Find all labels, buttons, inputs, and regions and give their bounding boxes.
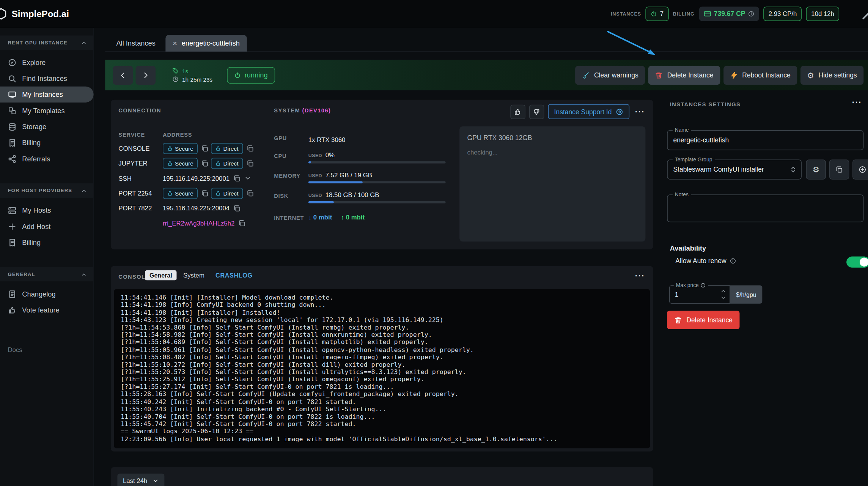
templates-icon	[8, 106, 16, 115]
name-label: Name	[673, 127, 691, 133]
console-tab-system[interactable]: System	[179, 270, 209, 280]
console-tab-general[interactable]: General	[145, 270, 176, 280]
header-status-area: INSTANCES 7 BILLING 739.67 CP 2.93 CP/h …	[611, 0, 839, 28]
circle-arrow-icon	[616, 108, 623, 115]
copy-icon[interactable]	[233, 174, 241, 182]
copy-icon[interactable]	[246, 144, 254, 152]
tab-active-instance[interactable]: × energetic-cuttlefish	[165, 35, 247, 52]
app-logo-text: SimplePod.ai	[12, 9, 69, 19]
console-tab-crashlog[interactable]: CRASHLOG	[211, 270, 257, 280]
app-logo[interactable]: SimplePod.ai	[0, 8, 69, 20]
tabs-divider	[105, 52, 868, 52]
lock-closed-icon	[167, 190, 173, 196]
stepper-down-icon[interactable]	[720, 295, 726, 301]
copy-icon[interactable]	[233, 204, 241, 212]
sidebar-item-explore[interactable]: Explore	[0, 54, 94, 70]
template-group-select[interactable]: Template Group Stableswarm ComfyUI insta…	[667, 159, 802, 180]
stepper-buttons[interactable]	[720, 288, 726, 301]
port2254-secure-link[interactable]: Secure	[163, 188, 198, 199]
partial-corner-icon[interactable]	[860, 6, 868, 22]
copy-icon[interactable]	[246, 189, 254, 197]
running-instances-badge[interactable]: 7	[646, 7, 668, 21]
reboot-instance-button[interactable]: Reboot Instance	[723, 66, 797, 85]
referrals-icon	[8, 154, 16, 163]
instance-toolbar: 1s 1h 25m 23s running Clear warnings Del…	[105, 60, 868, 90]
sidebar-item-my-instances[interactable]: My Instances	[0, 87, 94, 103]
copy-icon[interactable]	[246, 159, 254, 167]
instance-settings-panel: INSTANCES SETTINGS ··· Name Template Gro…	[662, 90, 868, 486]
stepper-up-icon[interactable]	[720, 288, 726, 294]
max-price-input[interactable]	[670, 286, 708, 303]
copy-icon[interactable]	[201, 144, 209, 152]
stat-disk: DISK USED18.50 GB / 100 GB	[274, 192, 457, 204]
clear-warnings-button[interactable]: Clear warnings	[575, 66, 645, 85]
next-instance-button[interactable]	[136, 66, 156, 85]
sidebar-section-rent-gpu[interactable]: RENT GPU INSTANCE	[0, 35, 94, 50]
credits-badge[interactable]: 739.67 CP	[699, 7, 759, 21]
console-secure-link[interactable]: Secure	[163, 143, 198, 154]
hide-settings-button[interactable]: ⚙ Hide settings	[800, 66, 863, 85]
settings-delete-instance-button[interactable]: Delete Instance	[667, 311, 740, 329]
lock-open-icon	[215, 160, 221, 166]
sidebar-item-find-instances[interactable]: Find Instances	[0, 70, 94, 86]
instances-icon	[8, 90, 16, 99]
sidebar-item-storage[interactable]: Storage	[0, 118, 94, 134]
more-options-button[interactable]: ···	[633, 107, 646, 116]
settings-more-button[interactable]: ···	[850, 98, 863, 106]
toggle-knob	[860, 258, 868, 267]
sidebar-item-referrals[interactable]: Referrals	[0, 151, 94, 167]
broom-icon	[582, 71, 590, 79]
search-icon	[8, 74, 16, 83]
clock-icon	[172, 76, 179, 83]
stat-cpu: CPU USED0%	[274, 152, 457, 164]
jupyter-direct-link[interactable]: Direct	[211, 158, 243, 169]
sidebar-item-host-billing[interactable]: Billing	[0, 234, 94, 250]
console-tabs: General System CRASHLOG	[145, 270, 257, 280]
sidebar-item-my-templates[interactable]: My Templates	[0, 103, 94, 118]
sidebar-item-changelog[interactable]: Changelog	[0, 286, 94, 302]
download-speed: ↓ 0 mbit	[308, 214, 332, 221]
template-copy-button[interactable]	[829, 159, 849, 180]
prev-instance-button[interactable]	[113, 66, 133, 85]
console-log[interactable]: 11:54:41.146 [Init] [Installer] Model do…	[114, 289, 650, 448]
sidebar-item-my-hosts[interactable]: My Hosts	[0, 202, 94, 218]
sidebar-item-billing[interactable]: Billing	[0, 135, 94, 151]
tab-all-instances[interactable]: All Instances	[111, 35, 161, 52]
billing-label: BILLING	[673, 11, 695, 17]
copy-icon[interactable]	[238, 219, 245, 227]
changelog-icon	[8, 289, 16, 298]
chevron-up-icon	[81, 271, 87, 277]
thumbs-up-button[interactable]	[510, 104, 525, 119]
toolbar-delete-instance-button[interactable]: Delete Instance	[648, 66, 720, 85]
port2254-direct-link[interactable]: Direct	[211, 188, 243, 199]
sidebar-item-vote-feature[interactable]: Vote feature	[0, 302, 94, 318]
time-range-select[interactable]: Last 24h	[117, 474, 164, 486]
info-icon	[748, 11, 755, 17]
connection-title: CONNECTION	[118, 107, 161, 114]
thumbs-down-button[interactable]	[529, 104, 544, 119]
sidebar-section-general[interactable]: GENERAL	[0, 267, 94, 281]
copy-icon	[835, 166, 843, 173]
chevron-down-icon[interactable]	[244, 175, 251, 182]
explore-icon	[8, 58, 16, 66]
connection-table: SERVICE ADDRESS CONSOLE Secure Direct	[118, 129, 268, 230]
sidebar-item-add-host[interactable]: Add Host	[0, 218, 94, 234]
auto-renew-toggle[interactable]	[846, 257, 868, 268]
copy-icon[interactable]	[201, 189, 209, 197]
sidebar-section-host-providers[interactable]: FOR HOST PROVIDERS	[0, 183, 94, 198]
close-tab-icon[interactable]: ×	[173, 39, 177, 47]
docs-link[interactable]: Docs	[8, 346, 22, 353]
notes-input[interactable]	[668, 195, 863, 222]
copy-icon[interactable]	[201, 159, 209, 167]
connection-row-jupyter: JUPYTER Secure Direct	[118, 156, 268, 170]
console-direct-link[interactable]: Direct	[211, 143, 243, 154]
name-input[interactable]	[668, 131, 863, 150]
instance-support-id-button[interactable]: Instance Support Id	[548, 104, 629, 119]
ssh-address: 195.116.149.225:20001	[163, 175, 230, 181]
jupyter-secure-link[interactable]: Secure	[163, 158, 198, 169]
max-price-field: Max price	[669, 285, 730, 303]
console-more-button[interactable]: ···	[633, 271, 646, 280]
hosts-icon	[8, 206, 16, 215]
template-settings-button[interactable]: ⚙	[806, 159, 826, 180]
template-add-button[interactable]	[852, 159, 868, 180]
